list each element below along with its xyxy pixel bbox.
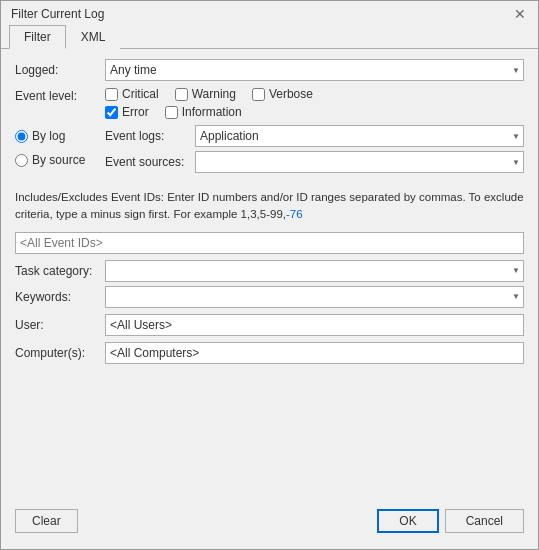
information-checkbox[interactable] <box>165 106 178 119</box>
warning-checkbox-item[interactable]: Warning <box>175 87 236 101</box>
event-level-section: Event level: Critical Warning Verbose <box>15 87 524 119</box>
event-logs-label: Event logs: <box>105 129 195 143</box>
description-link[interactable]: -76 <box>286 208 303 220</box>
error-checkbox-item[interactable]: Error <box>105 105 149 119</box>
critical-checkbox[interactable] <box>105 88 118 101</box>
by-log-label: By log <box>32 129 65 143</box>
user-input[interactable] <box>105 314 524 336</box>
cancel-button[interactable]: Cancel <box>445 509 524 533</box>
buttons-row: Clear OK Cancel <box>15 499 524 539</box>
error-checkbox[interactable] <box>105 106 118 119</box>
event-sources-label: Event sources: <box>105 155 195 169</box>
task-category-label: Task category: <box>15 264 105 278</box>
by-source-radio[interactable] <box>15 154 28 167</box>
description-box: Includes/Excludes Event IDs: Enter ID nu… <box>15 189 524 224</box>
description-text: Includes/Excludes Event IDs: Enter ID nu… <box>15 191 524 220</box>
by-log-radio[interactable] <box>15 130 28 143</box>
ok-button[interactable]: OK <box>377 509 438 533</box>
tab-xml[interactable]: XML <box>66 25 121 49</box>
by-log-radio-item[interactable]: By log <box>15 129 105 143</box>
event-ids-input[interactable] <box>15 232 524 254</box>
critical-label: Critical <box>122 87 159 101</box>
event-ids-row <box>15 232 524 254</box>
verbose-checkbox[interactable] <box>252 88 265 101</box>
clear-button[interactable]: Clear <box>15 509 78 533</box>
by-source-radio-item[interactable]: By source <box>15 153 105 167</box>
information-checkbox-item[interactable]: Information <box>165 105 242 119</box>
checkboxes-row-1: Critical Warning Verbose <box>105 87 313 101</box>
title-bar: Filter Current Log ✕ <box>1 1 538 25</box>
critical-checkbox-item[interactable]: Critical <box>105 87 159 101</box>
log-source-radios: By log By source <box>15 125 105 173</box>
checkboxes-grid: Critical Warning Verbose Error <box>105 87 313 119</box>
filter-dialog: Filter Current Log ✕ Filter XML Logged: … <box>0 0 539 550</box>
task-category-select-wrapper <box>105 260 524 282</box>
by-source-label: By source <box>32 153 85 167</box>
event-sources-row: Event sources: <box>105 151 524 173</box>
warning-checkbox[interactable] <box>175 88 188 101</box>
tab-bar: Filter XML <box>1 25 538 49</box>
event-sources-select-wrapper <box>195 151 524 173</box>
keywords-select-wrapper <box>105 286 524 308</box>
log-source-section: By log By source Event logs: Application <box>15 125 524 173</box>
computers-label: Computer(s): <box>15 346 105 360</box>
dialog-title: Filter Current Log <box>11 7 104 21</box>
logged-row: Logged: Any time Last hour Last 12 hours… <box>15 59 524 81</box>
warning-label: Warning <box>192 87 236 101</box>
computers-input[interactable] <box>105 342 524 364</box>
tab-filter[interactable]: Filter <box>9 25 66 49</box>
user-row: User: <box>15 314 524 336</box>
logged-label: Logged: <box>15 63 105 77</box>
close-button[interactable]: ✕ <box>512 7 528 21</box>
event-logs-row: Event logs: Application <box>105 125 524 147</box>
logged-select-wrapper: Any time Last hour Last 12 hours Last 24… <box>105 59 524 81</box>
event-sources-select[interactable] <box>195 151 524 173</box>
logged-select[interactable]: Any time Last hour Last 12 hours Last 24… <box>105 59 524 81</box>
verbose-checkbox-item[interactable]: Verbose <box>252 87 313 101</box>
log-source-fields: Event logs: Application Event sources: <box>105 125 524 173</box>
event-logs-select[interactable]: Application <box>195 125 524 147</box>
task-category-select[interactable] <box>105 260 524 282</box>
verbose-label: Verbose <box>269 87 313 101</box>
event-level-label: Event level: <box>15 87 105 103</box>
error-label: Error <box>122 105 149 119</box>
user-label: User: <box>15 318 105 332</box>
keywords-row: Keywords: <box>15 286 524 308</box>
keywords-select[interactable] <box>105 286 524 308</box>
checkboxes-row-2: Error Information <box>105 105 313 119</box>
computers-row: Computer(s): <box>15 342 524 364</box>
information-label: Information <box>182 105 242 119</box>
task-category-row: Task category: <box>15 260 524 282</box>
event-logs-select-wrapper: Application <box>195 125 524 147</box>
keywords-label: Keywords: <box>15 290 105 304</box>
filter-content: Logged: Any time Last hour Last 12 hours… <box>1 49 538 549</box>
